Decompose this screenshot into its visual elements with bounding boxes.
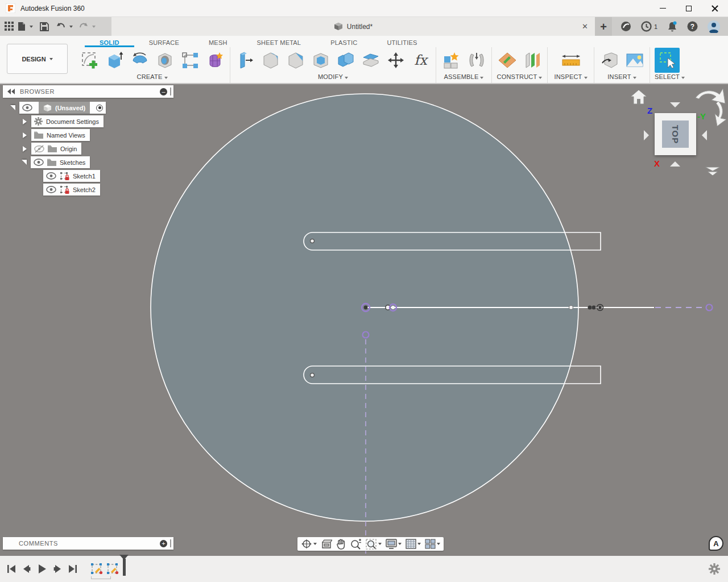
viewports-caret-icon[interactable]	[437, 543, 440, 545]
pan-button[interactable]	[336, 539, 346, 550]
comments-expand-icon[interactable]: +	[160, 540, 167, 547]
shell-button[interactable]	[310, 50, 331, 71]
tab-solid[interactable]: SOLID	[85, 38, 134, 47]
viewcube-rotate-up-arrow[interactable]	[670, 102, 680, 107]
timeline-sketch1-feature[interactable]	[90, 562, 104, 576]
insert-derive-button[interactable]	[599, 50, 620, 71]
midplane-button[interactable]	[522, 50, 543, 71]
orbit-caret-icon[interactable]	[313, 543, 317, 545]
display-settings-button[interactable]	[386, 539, 402, 549]
redo-icon[interactable]	[78, 22, 89, 31]
file-menu-caret-icon[interactable]	[30, 26, 33, 28]
browser-item-sketch2[interactable]: Sketch2	[43, 184, 100, 196]
viewport-canvas[interactable]	[0, 84, 728, 556]
viewcube-rotate-right-arrow[interactable]	[702, 130, 707, 140]
browser-item-origin[interactable]: Origin	[23, 143, 81, 155]
document-tab[interactable]: Untitled* ✕	[111, 17, 595, 36]
measure-button[interactable]	[560, 50, 581, 71]
expand-arrow-icon[interactable]	[23, 132, 27, 138]
timeline-sketch2-feature[interactable]	[106, 562, 119, 576]
comments-grip-handle[interactable]	[170, 539, 171, 547]
group-select-label[interactable]: SELECT	[655, 73, 685, 83]
browser-item-named-views[interactable]: Named Views	[23, 129, 90, 141]
combine-button[interactable]	[335, 50, 356, 71]
extensions-icon[interactable]	[621, 21, 631, 32]
tab-surface[interactable]: SURFACE	[134, 38, 194, 47]
play-icon[interactable]	[38, 564, 47, 574]
browser-root-row[interactable]: (Unsaved)	[10, 102, 106, 114]
expand-arrow-icon[interactable]	[23, 146, 27, 152]
revolve-button[interactable]	[129, 50, 150, 71]
notifications-bell-icon[interactable]	[667, 21, 677, 32]
group-inspect-label[interactable]: INSPECT	[552, 73, 589, 83]
browser-panel-header[interactable]: BROWSER –	[3, 85, 173, 98]
grid-snaps-button[interactable]	[406, 539, 421, 549]
undo-icon[interactable]	[56, 22, 66, 31]
group-insert-label[interactable]: INSERT	[599, 73, 645, 83]
comments-panel-header[interactable]: COMMENTS +	[3, 537, 173, 550]
file-menu-icon[interactable]	[18, 22, 26, 31]
group-modify-label[interactable]: MODIFY	[235, 73, 431, 83]
viewcube-rotate-down-arrow[interactable]	[670, 161, 680, 167]
orbit-button[interactable]	[301, 539, 317, 549]
expand-arrow-icon[interactable]	[23, 119, 27, 124]
new-component-button[interactable]	[441, 50, 462, 71]
browser-item-document-settings[interactable]: Document Settings	[23, 115, 104, 127]
create-form-button[interactable]	[204, 50, 225, 71]
extrude-button[interactable]	[104, 50, 125, 71]
pattern-button[interactable]	[179, 50, 200, 71]
change-parameters-button[interactable]: fx	[410, 50, 431, 71]
job-status-clock-icon[interactable]	[641, 21, 652, 32]
go-to-start-icon[interactable]	[7, 564, 15, 573]
undo-caret-icon[interactable]	[69, 26, 73, 28]
expand-arrow-icon[interactable]	[10, 105, 15, 110]
display-settings-caret-icon[interactable]	[398, 543, 402, 545]
tab-mesh[interactable]: MESH	[194, 38, 242, 47]
document-tab-close-icon[interactable]: ✕	[582, 22, 588, 31]
go-to-end-icon[interactable]	[69, 564, 77, 573]
browser-grip-handle[interactable]	[170, 88, 171, 95]
visibility-eye-icon[interactable]	[22, 104, 32, 111]
sketch-geometry[interactable]	[0, 84, 728, 556]
save-icon[interactable]	[40, 22, 49, 31]
group-assemble-label[interactable]: ASSEMBLE	[441, 73, 487, 83]
viewcube-menu-icon[interactable]	[704, 166, 721, 176]
help-icon[interactable]: ?	[687, 21, 698, 32]
look-at-button[interactable]	[321, 539, 332, 549]
collapse-panel-icon[interactable]	[7, 89, 15, 94]
group-construct-label[interactable]: CONSTRUCT	[497, 73, 543, 83]
expand-arrow-icon[interactable]	[22, 160, 27, 165]
timeline-position-marker[interactable]	[123, 559, 126, 576]
chamfer-button[interactable]	[285, 50, 306, 71]
select-button[interactable]	[655, 48, 680, 73]
viewcube[interactable]: TOP	[655, 113, 696, 155]
create-sketch-button[interactable]	[79, 50, 100, 71]
app-grid-icon[interactable]	[5, 22, 14, 31]
home-view-icon[interactable]	[630, 89, 647, 105]
browser-item-sketch1[interactable]: Sketch1	[43, 170, 100, 182]
grid-snaps-caret-icon[interactable]	[417, 543, 421, 545]
fillet-button[interactable]	[260, 50, 281, 71]
press-pull-button[interactable]	[235, 50, 256, 71]
user-avatar[interactable]	[708, 20, 720, 33]
visibility-eye-icon[interactable]	[46, 186, 56, 193]
joint-button[interactable]	[466, 50, 487, 71]
workspace-selector[interactable]: DESIGN	[7, 44, 68, 74]
autodesk-assistant-button[interactable]: A	[709, 536, 723, 551]
close-button[interactable]	[702, 0, 728, 16]
hole-button[interactable]	[154, 50, 175, 71]
zoom-button[interactable]	[350, 539, 362, 550]
viewcube-rotate-left-arrow[interactable]	[644, 130, 649, 140]
viewcube-top-face[interactable]: TOP	[662, 120, 689, 148]
group-create-label[interactable]: CREATE	[79, 73, 225, 83]
timeline-settings-gear-icon[interactable]	[709, 563, 720, 575]
zoom-window-caret-icon[interactable]	[378, 543, 382, 545]
visibility-off-eye-icon[interactable]	[34, 145, 44, 153]
step-forward-icon[interactable]	[53, 564, 62, 573]
visibility-eye-icon[interactable]	[34, 159, 44, 166]
redo-caret-icon[interactable]	[92, 26, 96, 28]
browser-minimize-icon[interactable]: –	[160, 88, 167, 95]
visibility-eye-icon[interactable]	[46, 172, 56, 180]
activate-component-radio[interactable]	[96, 105, 103, 111]
step-back-icon[interactable]	[22, 564, 31, 573]
